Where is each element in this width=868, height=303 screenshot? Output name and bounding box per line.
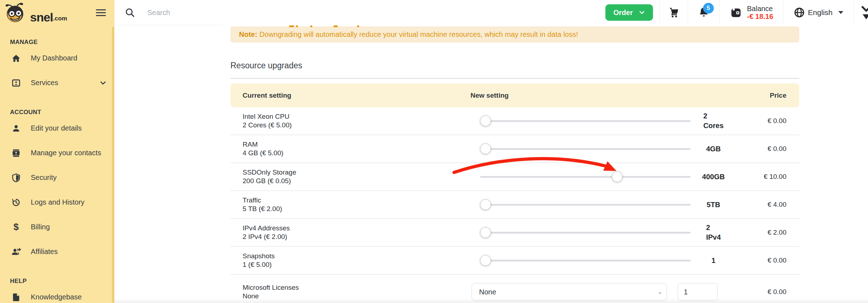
- document-icon: [11, 292, 21, 303]
- hamburger-menu-icon[interactable]: [96, 7, 106, 18]
- search-icon: [125, 7, 135, 18]
- language-selector[interactable]: English: [784, 0, 853, 25]
- snel-logo[interactable]: snel .com: [5, 3, 67, 23]
- price-value: € 0.00: [736, 145, 786, 153]
- new-value: 2 Cores: [703, 111, 724, 131]
- cart-icon: [667, 6, 680, 19]
- resource-name: Traffic: [243, 196, 470, 205]
- storage-slider-track[interactable]: [480, 176, 691, 178]
- chevron-down-icon: [639, 9, 645, 16]
- note-prefix: Note:: [239, 30, 257, 39]
- topbar: Order 5 Balance -€: [114, 0, 868, 25]
- sidebar-item-services[interactable]: Services: [9, 70, 107, 95]
- bottom-edge-shadow: [114, 298, 868, 303]
- main-content: Note: Downgrading will automatically red…: [223, 25, 868, 303]
- sidebar-scrollbar[interactable]: [112, 27, 114, 303]
- snapshots-slider-track[interactable]: [480, 260, 691, 262]
- table-row-cpu: Intel Xeon CPU2 Cores (€ 5.00) 2 Cores €…: [230, 107, 799, 135]
- new-value: 400GB: [702, 172, 725, 182]
- resource-current: 5 TB (€ 2.00): [243, 205, 470, 213]
- sidebar-section-account: ACCOUNT: [10, 109, 107, 116]
- traffic-slider-track[interactable]: [480, 204, 691, 206]
- new-value: 2 IPv4: [706, 223, 721, 242]
- ram-slider-handle[interactable]: [480, 143, 491, 154]
- table-header: Current setting New setting Price: [230, 83, 799, 107]
- shield-icon: [11, 172, 21, 183]
- sidebar-section-help: HELP: [10, 278, 107, 285]
- cpu-slider-track[interactable]: [480, 120, 691, 122]
- table-row-traffic: Traffic5 TB (€ 2.00) 5TB € 4.00: [230, 191, 799, 219]
- resource-name: RAM: [243, 140, 470, 149]
- table-row-ram: RAM4 GB (€ 5.00) 4GB € 0.00: [230, 135, 799, 163]
- traffic-slider-handle[interactable]: [480, 199, 491, 210]
- sidebar-item-knowledgebase[interactable]: Knowledgebase: [9, 285, 107, 303]
- caret-down-icon: [838, 11, 843, 14]
- resource-name: Microsoft Licenses: [243, 283, 470, 292]
- balance-label: Balance: [747, 5, 773, 13]
- cpu-slider-handle[interactable]: [480, 116, 491, 126]
- resource-current: 1 (€ 5.00): [243, 260, 470, 269]
- sidebar-item-manage-your-contacts[interactable]: Manage your contacts: [9, 141, 107, 165]
- col-header-new-setting: New setting: [470, 92, 691, 99]
- balance-widget[interactable]: Balance -€ 18.16: [720, 0, 783, 25]
- order-button[interactable]: Order: [605, 4, 653, 21]
- partial-edge-icon: [860, 6, 868, 20]
- sidebar: snel .com MANAGE My Dashboard Services: [0, 0, 114, 303]
- col-header-price: Price: [736, 92, 786, 99]
- person-add-icon: [11, 246, 21, 257]
- resource-current: 200 GB (€ 0.05): [243, 177, 470, 185]
- sidebar-item-security[interactable]: Security: [9, 165, 107, 190]
- table-row-snapshots: Snapshots1 (€ 5.00) 1 € 0.00: [230, 247, 799, 275]
- language-label: English: [808, 8, 833, 17]
- ipv4-slider-track[interactable]: [480, 232, 691, 234]
- new-value: 1: [711, 256, 715, 265]
- resource-current: 4 GB (€ 5.00): [243, 149, 470, 157]
- page-title: Resource upgrades: [230, 60, 799, 70]
- resource-name: SSDOnly Storage: [243, 168, 470, 177]
- note-text: Downgrading will automatically reduce yo…: [259, 30, 578, 39]
- sidebar-item-affiliates[interactable]: Affiliates: [9, 239, 107, 264]
- ram-slider-track[interactable]: [480, 148, 691, 150]
- resource-name: Snapshots: [243, 252, 470, 260]
- bee-mascot-icon: [5, 3, 27, 23]
- snapshots-slider-handle[interactable]: [480, 255, 491, 266]
- price-value: € 0.00: [736, 256, 786, 264]
- price-value: € 4.00: [736, 201, 786, 209]
- new-value: 5TB: [707, 200, 720, 210]
- balance-value: -€ 18.16: [747, 13, 773, 20]
- notifications-button[interactable]: 5: [688, 0, 720, 25]
- sidebar-nav: MANAGE My Dashboard Services ACCOUNT: [0, 39, 114, 303]
- col-header-current-setting: Current setting: [243, 92, 470, 99]
- notification-count-badge: 5: [703, 3, 714, 14]
- dollar-icon: $: [11, 222, 21, 233]
- heading-divider: [230, 78, 799, 79]
- new-value: 4GB: [706, 144, 721, 154]
- price-value: € 0.00: [736, 288, 786, 296]
- services-icon: [11, 78, 21, 88]
- resource-name: IPv4 Addresses: [243, 224, 470, 233]
- select-chevron-icon: ⌄: [658, 289, 662, 295]
- chevron-down-icon: [99, 79, 107, 87]
- search-input[interactable]: [147, 8, 298, 17]
- sidebar-item-edit-your-details[interactable]: Edit your details: [9, 116, 107, 141]
- brand-tld: .com: [53, 15, 67, 23]
- person-icon: [11, 123, 21, 134]
- sidebar-item-logs-and-history[interactable]: Logs and History: [9, 190, 107, 215]
- globe-icon: [794, 7, 805, 18]
- cart-button[interactable]: [660, 0, 688, 25]
- table-row-ipv4: IPv4 Addresses2 IPv4 (€ 2.00) 2 IPv4 € 2…: [230, 219, 799, 247]
- sidebar-section-manage: MANAGE: [10, 39, 107, 46]
- contact-card-icon: [11, 148, 21, 158]
- sidebar-item-billing[interactable]: $ Billing: [9, 215, 107, 239]
- storage-slider-handle[interactable]: [612, 171, 623, 182]
- history-icon: [11, 197, 21, 208]
- price-value: € 2.00: [736, 229, 786, 236]
- snel-control-panel: snel .com MANAGE My Dashboard Services: [0, 0, 868, 303]
- wallet-icon: [730, 6, 742, 19]
- price-value: € 10.00: [736, 173, 786, 181]
- brand-name: snel: [30, 12, 53, 23]
- sidebar-item-my-dashboard[interactable]: My Dashboard: [9, 46, 107, 70]
- select-value: None: [479, 288, 496, 296]
- table-row-storage: SSDOnly Storage200 GB (€ 0.05) 400GB € 1…: [230, 163, 799, 191]
- ipv4-slider-handle[interactable]: [480, 227, 491, 238]
